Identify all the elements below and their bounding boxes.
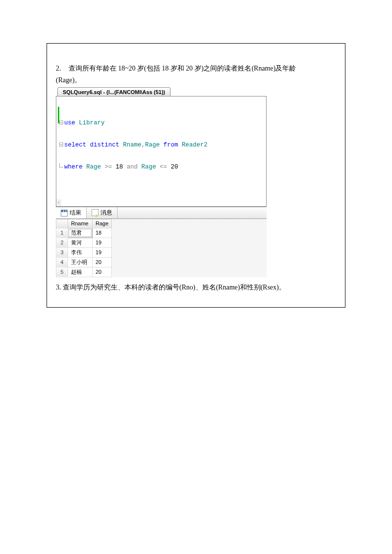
tab-results-label: 结果 bbox=[70, 209, 81, 217]
row-num: 1 bbox=[56, 228, 68, 238]
header-rname[interactable]: Rname bbox=[68, 219, 93, 228]
row-num: 4 bbox=[56, 257, 68, 267]
table-reader2: Reader2 bbox=[178, 142, 208, 148]
kw-and: and bbox=[127, 164, 138, 170]
cell-rname[interactable]: 范君 bbox=[68, 228, 93, 238]
grid-icon bbox=[61, 210, 68, 217]
code-line-3: where Rage >= 18 and Rage <= 20 bbox=[59, 163, 263, 171]
col-rage: Rage bbox=[138, 164, 160, 170]
question-number: 2. bbox=[56, 63, 67, 74]
editor-body[interactable]: use Library select distinct Rname,Rage f… bbox=[56, 96, 267, 207]
question-number: 3. bbox=[56, 284, 61, 291]
table-row[interactable]: 1 范君 18 bbox=[56, 228, 112, 238]
kw-distinct: distinct bbox=[86, 142, 123, 148]
ident-library: Library bbox=[75, 120, 105, 126]
col-rage: Rage bbox=[145, 142, 164, 148]
editor-tab-title: SQLQuery6.sql - (l...(FANCOMI\Ass (51)) bbox=[63, 89, 165, 95]
header-row: Rname Rage bbox=[56, 219, 112, 228]
table-row[interactable]: 2 黄河 19 bbox=[56, 238, 112, 247]
comma: , bbox=[142, 142, 146, 148]
val-18: 18 bbox=[112, 164, 127, 170]
fold-icon[interactable] bbox=[59, 143, 63, 146]
row-num: 3 bbox=[56, 247, 68, 257]
val-20: 20 bbox=[167, 164, 178, 170]
row-num: 2 bbox=[56, 238, 68, 247]
kw-where: where bbox=[64, 164, 83, 170]
table-row[interactable]: 4 王小明 20 bbox=[56, 257, 112, 267]
cell-rage[interactable]: 18 bbox=[93, 228, 112, 238]
cell-rname[interactable]: 王小明 bbox=[68, 257, 93, 267]
cell-rname[interactable]: 赵楠 bbox=[68, 267, 93, 277]
scroll-left-button[interactable]: ‹ bbox=[56, 199, 61, 206]
document-page: 2. 查询所有年龄在 18~20 岁(包括 18 岁和 20 岁)之间的读者姓名… bbox=[47, 43, 345, 308]
header-corner[interactable] bbox=[56, 219, 68, 228]
editor-tab[interactable]: SQLQuery6.sql - (l...(FANCOMI\Ass (51)) bbox=[57, 87, 171, 96]
question-2-cont: (Rage)。 bbox=[56, 75, 336, 86]
cell-rage[interactable]: 19 bbox=[93, 238, 112, 247]
fold-icon[interactable] bbox=[59, 120, 63, 124]
kw-select: select bbox=[64, 142, 86, 148]
cell-rage[interactable]: 20 bbox=[93, 267, 112, 277]
question-text-line2: (Rage)。 bbox=[56, 76, 81, 84]
tab-results[interactable]: 结果 bbox=[56, 207, 87, 218]
sql-editor: SQLQuery6.sql - (l...(FANCOMI\Ass (51)) … bbox=[56, 87, 267, 277]
cell-rname[interactable]: 黄河 bbox=[68, 238, 93, 247]
tab-messages-label: 消息 bbox=[100, 209, 112, 217]
results-grid[interactable]: Rname Rage 1 范君 18 2 黄河 19 3 李伟 19 bbox=[56, 219, 112, 277]
op-gte: >= bbox=[105, 164, 112, 170]
question-2: 2. 查询所有年龄在 18~20 岁(包括 18 岁和 20 岁)之间的读者姓名… bbox=[56, 63, 336, 74]
col-rage: Rage bbox=[83, 164, 105, 170]
code-line-2: select distinct Rname,Rage from Reader2 bbox=[59, 141, 263, 149]
message-icon bbox=[92, 209, 98, 216]
kw-use: use bbox=[64, 120, 75, 126]
table-row[interactable]: 5 赵楠 20 bbox=[56, 267, 112, 277]
question-3: 3. 查询学历为研究生、本科的读者的编号(Rno)、姓名(Rname)和性别(R… bbox=[56, 282, 336, 293]
tab-messages[interactable]: 消息 bbox=[87, 207, 118, 218]
header-rage[interactable]: Rage bbox=[93, 219, 112, 228]
cell-rname[interactable]: 李伟 bbox=[68, 247, 93, 257]
code-line-1: use Library bbox=[59, 119, 263, 127]
fold-end-icon bbox=[59, 163, 63, 168]
question-text: 查询学历为研究生、本科的读者的编号(Rno)、姓名(Rname)和性别(Rsex… bbox=[63, 284, 286, 291]
op-lte: <= bbox=[160, 164, 167, 170]
results-tabs: 结果 消息 bbox=[56, 207, 267, 219]
col-rname: Rname bbox=[123, 142, 142, 148]
kw-from: from bbox=[164, 142, 178, 148]
question-text-line1: 查询所有年龄在 18~20 岁(包括 18 岁和 20 岁)之间的读者姓名(Rn… bbox=[69, 65, 296, 72]
cell-rage[interactable]: 19 bbox=[93, 247, 112, 257]
cell-rage[interactable]: 20 bbox=[93, 257, 112, 267]
row-num: 5 bbox=[56, 267, 68, 277]
results-panel: 结果 消息 Rname Rage 1 范君 18 bbox=[56, 207, 267, 277]
table-row[interactable]: 3 李伟 19 bbox=[56, 247, 112, 257]
